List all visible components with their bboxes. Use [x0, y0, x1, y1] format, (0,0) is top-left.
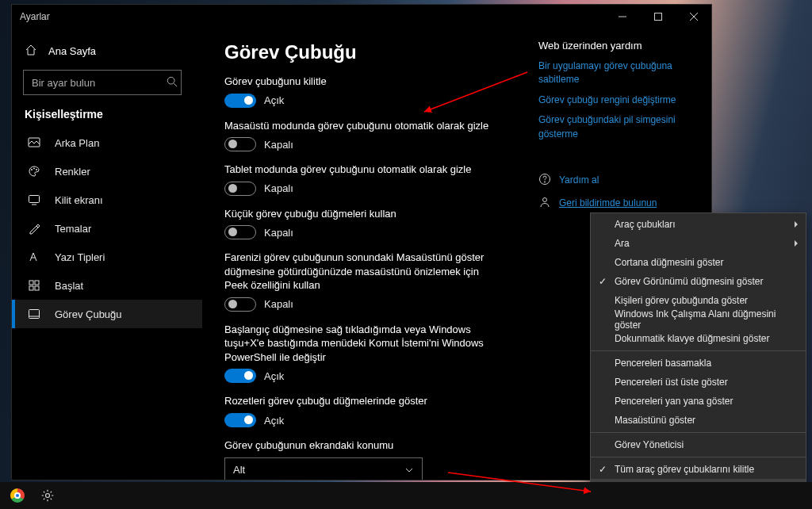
nav-label: Temalar [55, 223, 91, 235]
section-title: Kişiselleştirme [12, 105, 202, 128]
setting-label: Görev çubuğunun ekrandaki konumu [224, 438, 494, 453]
ctx-item[interactable]: Pencereleri yan yana göster [591, 392, 806, 411]
toggle-state: Açık [264, 94, 284, 106]
help-link[interactable]: Görev çubuğu rengini değiştirme [538, 94, 703, 107]
ctx-separator [591, 432, 806, 433]
ctx-item[interactable]: Cortana düğmesini göster [591, 253, 806, 272]
setting-lock-taskbar: Görev çubuğunu kilitle Açık [224, 75, 505, 108]
setting-autohide-tablet: Tablet modunda görev çubuğunu otomatik o… [224, 163, 505, 196]
chevron-down-icon [404, 465, 414, 475]
minimize-button[interactable] [604, 5, 640, 29]
fonts-icon [28, 251, 40, 263]
content: Görev Çubuğu Görev çubuğunu kilitle Açık… [202, 29, 527, 480]
search-input-field[interactable] [30, 76, 167, 90]
ctx-item[interactable]: Masaüstünü göster [591, 411, 806, 430]
search-input[interactable] [23, 70, 182, 95]
toggle-state: Açık [264, 415, 284, 427]
svg-point-4 [167, 77, 174, 84]
maximize-button[interactable] [640, 5, 676, 29]
toggle-powershell[interactable] [224, 369, 256, 383]
setting-small-buttons: Küçük görev çubuğu düğmeleri kullan Kapa… [224, 207, 505, 240]
page-title: Görev Çubuğu [224, 41, 505, 63]
nav-lockscreen[interactable]: Kilit ekranı [12, 186, 202, 214]
toggle-state: Kapalı [264, 298, 293, 310]
setting-label: Görev çubuğunu kilitle [224, 75, 494, 89]
toggle-autohide-tablet[interactable] [224, 182, 256, 196]
home-icon [25, 44, 37, 59]
svg-rect-14 [29, 286, 33, 290]
nav-background[interactable]: Arka Plan [12, 128, 202, 157]
ctx-item[interactable]: Görev Görünümü düğmesini göster [591, 272, 806, 291]
taskbar-context-menu[interactable]: Araç çubuklarıAraCortana düğmesini göste… [590, 212, 806, 500]
nav-label: Renkler [55, 166, 90, 178]
start-icon [28, 279, 40, 292]
nav-themes[interactable]: Temalar [12, 214, 202, 243]
give-feedback[interactable]: Geri bildirimde bulunun [538, 196, 703, 211]
help-link[interactable]: Görev çubuğundaki pil simgesini gösterme [538, 113, 703, 141]
nav-label: Başlat [55, 280, 83, 292]
gear-icon [40, 488, 55, 503]
nav-start[interactable]: Başlat [12, 271, 202, 300]
close-button[interactable] [676, 5, 711, 29]
taskbar-chrome[interactable] [5, 484, 30, 507]
get-help[interactable]: Yardım al [538, 173, 703, 188]
home-label: Ana Sayfa [48, 45, 96, 57]
combo-value: Alt [233, 464, 245, 476]
nav-label: Kilit ekranı [55, 194, 103, 206]
setting-label: Başlangıç düğmesine sağ tıkladığımda vey… [224, 323, 494, 365]
ctx-item[interactable]: Görev Yöneticisi [591, 435, 806, 454]
ctx-item[interactable]: Tüm araç görev çubuklarını kilitle [591, 460, 806, 479]
feedback-icon [538, 196, 551, 211]
setting-autohide-desktop: Masaüstü modunda görev çubuğunu otomatik… [224, 119, 505, 152]
svg-rect-12 [29, 281, 33, 285]
help-link[interactable]: Bir uygulamayı görev çubuğuna sabitleme [538, 59, 703, 87]
setting-label: Tablet modunda görev çubuğunu otomatik o… [224, 163, 494, 177]
toggle-small-buttons[interactable] [224, 225, 256, 239]
lockscreen-icon [28, 193, 40, 206]
nav-taskbar[interactable]: Görev Çubuğu [12, 300, 202, 328]
toggle-peek[interactable] [224, 297, 256, 312]
svg-point-20 [543, 197, 547, 201]
toggle-state: Kapalı [264, 182, 293, 194]
nav-label: Yazı Tipleri [55, 251, 105, 263]
help-icon [538, 173, 551, 188]
svg-point-21 [46, 494, 50, 498]
ctx-item[interactable]: Araç çubukları [591, 215, 806, 234]
ctx-item[interactable]: Windows Ink Çalışma Alanı düğmesini göst… [591, 310, 806, 329]
ctx-item[interactable]: Pencereleri üst üste göster [591, 373, 806, 392]
toggle-badges[interactable] [224, 413, 256, 427]
get-help-label: Yardım al [559, 174, 599, 186]
titlebar: Ayarlar [12, 5, 711, 29]
combo-location[interactable]: Alt [224, 457, 423, 480]
svg-point-9 [36, 169, 36, 170]
sidebar: Ana Sayfa Kişiselleştirme Arka Plan [12, 29, 202, 480]
svg-point-8 [33, 168, 34, 169]
taskbar[interactable] [0, 482, 812, 509]
nav-label: Görev Çubuğu [55, 308, 122, 320]
toggle-state: Açık [264, 370, 284, 382]
ctx-item[interactable]: Ara [591, 234, 806, 253]
ctx-item[interactable]: Kişileri görev çubuğunda göster [591, 291, 806, 310]
search-icon [167, 76, 178, 90]
svg-rect-10 [29, 196, 40, 203]
nav-colors[interactable]: Renkler [12, 157, 202, 186]
setting-label: Masaüstü modunda görev çubuğunu otomatik… [224, 119, 494, 133]
background-icon [28, 136, 40, 149]
toggle-lock-taskbar[interactable] [224, 94, 256, 108]
give-feedback-label: Geri bildirimde bulunun [559, 197, 657, 209]
help-title: Web üzerinden yardım [538, 40, 703, 52]
home-button[interactable]: Ana Sayfa [12, 36, 202, 65]
taskbar-settings[interactable] [35, 484, 60, 507]
themes-icon [28, 222, 40, 235]
chrome-icon [10, 488, 25, 503]
ctx-item[interactable]: Pencereleri basamakla [591, 354, 806, 373]
toggle-state: Kapalı [264, 139, 293, 151]
desktop: Ayarlar Ana Sayfa Ki [0, 0, 812, 509]
colors-icon [28, 165, 40, 178]
toggle-autohide-desktop[interactable] [224, 137, 256, 151]
svg-rect-13 [35, 281, 39, 285]
nav-fonts[interactable]: Yazı Tipleri [12, 243, 202, 271]
svg-rect-1 [654, 13, 661, 21]
svg-point-7 [31, 169, 32, 170]
ctx-item[interactable]: Dokunmatik klavye düğmesini göster [591, 329, 806, 348]
